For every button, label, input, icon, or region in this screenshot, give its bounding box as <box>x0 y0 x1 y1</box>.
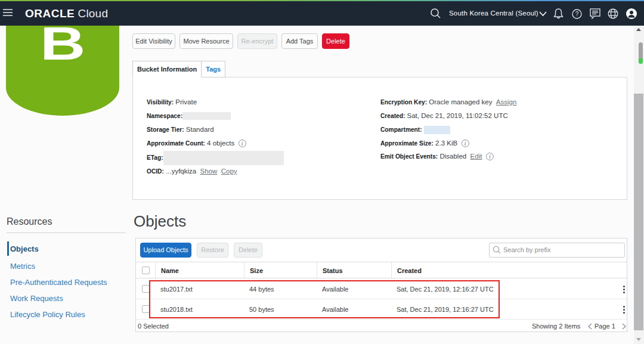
svg-text:?: ? <box>575 11 579 17</box>
